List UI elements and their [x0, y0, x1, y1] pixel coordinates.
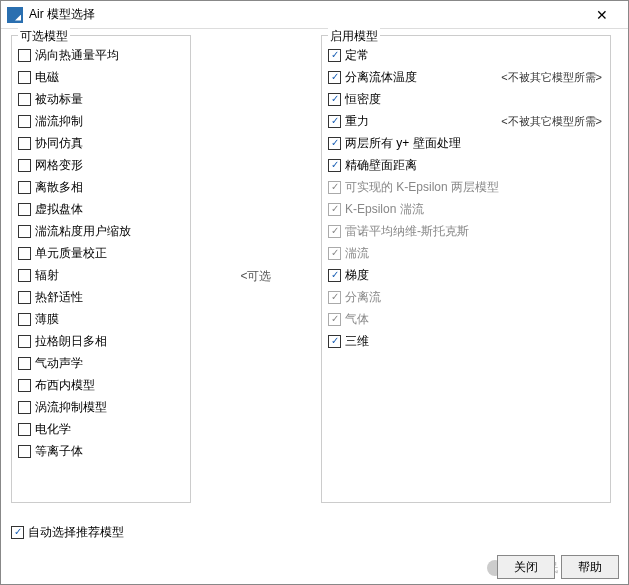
- available-item[interactable]: 网格变形: [18, 154, 184, 176]
- available-label: 协同仿真: [35, 135, 83, 152]
- available-label: 辐射: [35, 267, 59, 284]
- available-item[interactable]: 湍流抑制: [18, 110, 184, 132]
- enabled-item: 可实现的 K-Epsilon 两层模型: [328, 176, 604, 198]
- enabled-checkbox[interactable]: [328, 115, 341, 128]
- enabled-models-panel: 启用模型 定常分离流体温度<不被其它模型所需>恒密度重力<不被其它模型所需>两层…: [321, 35, 611, 503]
- auto-select-checkbox[interactable]: [11, 526, 24, 539]
- available-checkbox[interactable]: [18, 159, 31, 172]
- enabled-checkbox[interactable]: [328, 159, 341, 172]
- available-item[interactable]: 湍流粘度用户缩放: [18, 220, 184, 242]
- enabled-item: 分离流: [328, 286, 604, 308]
- close-button[interactable]: 关闭: [497, 555, 555, 579]
- available-checkbox[interactable]: [18, 71, 31, 84]
- enabled-label: 湍流: [345, 245, 369, 262]
- enabled-item[interactable]: 三维: [328, 330, 604, 352]
- available-item[interactable]: 涡向热通量平均: [18, 44, 184, 66]
- available-models-panel: 可选模型 涡向热通量平均电磁被动标量湍流抑制协同仿真网格变形离散多相虚拟盘体湍流…: [11, 35, 191, 503]
- close-icon[interactable]: ✕: [582, 7, 622, 23]
- enabled-item: 气体: [328, 308, 604, 330]
- enabled-checkbox: [328, 313, 341, 326]
- available-item[interactable]: 拉格朗日多相: [18, 330, 184, 352]
- available-item[interactable]: 气动声学: [18, 352, 184, 374]
- available-checkbox[interactable]: [18, 49, 31, 62]
- enabled-checkbox[interactable]: [328, 269, 341, 282]
- transfer-label: <可选: [191, 35, 321, 517]
- enabled-item[interactable]: 两层所有 y+ 壁面处理: [328, 132, 604, 154]
- enabled-label: 分离流: [345, 289, 381, 306]
- available-item[interactable]: 薄膜: [18, 308, 184, 330]
- enabled-checkbox: [328, 181, 341, 194]
- available-checkbox[interactable]: [18, 291, 31, 304]
- available-item[interactable]: 被动标量: [18, 88, 184, 110]
- available-label: 涡流抑制模型: [35, 399, 107, 416]
- enabled-label: 雷诺平均纳维-斯托克斯: [345, 223, 469, 240]
- available-checkbox[interactable]: [18, 423, 31, 436]
- enabled-checkbox[interactable]: [328, 93, 341, 106]
- available-item[interactable]: 电磁: [18, 66, 184, 88]
- available-item[interactable]: 热舒适性: [18, 286, 184, 308]
- available-item[interactable]: 虚拟盘体: [18, 198, 184, 220]
- enabled-checkbox[interactable]: [328, 335, 341, 348]
- available-checkbox[interactable]: [18, 313, 31, 326]
- available-models-title: 可选模型: [18, 28, 70, 45]
- available-checkbox[interactable]: [18, 269, 31, 282]
- help-button[interactable]: 帮助: [561, 555, 619, 579]
- available-item[interactable]: 涡流抑制模型: [18, 396, 184, 418]
- enabled-item: K-Epsilon 湍流: [328, 198, 604, 220]
- enabled-item: 湍流: [328, 242, 604, 264]
- auto-select-row[interactable]: 自动选择推荐模型: [11, 521, 618, 543]
- enabled-item[interactable]: 恒密度: [328, 88, 604, 110]
- enabled-label: 重力: [345, 113, 369, 130]
- available-checkbox[interactable]: [18, 445, 31, 458]
- enabled-label: 气体: [345, 311, 369, 328]
- enabled-item[interactable]: 精确壁面距离: [328, 154, 604, 176]
- available-label: 虚拟盘体: [35, 201, 83, 218]
- enabled-label: K-Epsilon 湍流: [345, 201, 424, 218]
- available-checkbox[interactable]: [18, 225, 31, 238]
- available-checkbox[interactable]: [18, 203, 31, 216]
- available-checkbox[interactable]: [18, 93, 31, 106]
- available-item[interactable]: 协同仿真: [18, 132, 184, 154]
- available-checkbox[interactable]: [18, 181, 31, 194]
- available-label: 网格变形: [35, 157, 83, 174]
- available-checkbox[interactable]: [18, 357, 31, 370]
- available-checkbox[interactable]: [18, 379, 31, 392]
- enabled-checkbox[interactable]: [328, 71, 341, 84]
- enabled-checkbox: [328, 203, 341, 216]
- available-label: 湍流粘度用户缩放: [35, 223, 131, 240]
- available-item[interactable]: 电化学: [18, 418, 184, 440]
- enabled-item[interactable]: 分离流体温度<不被其它模型所需>: [328, 66, 604, 88]
- enabled-checkbox: [328, 247, 341, 260]
- enabled-item[interactable]: 重力<不被其它模型所需>: [328, 110, 604, 132]
- enabled-checkbox[interactable]: [328, 137, 341, 150]
- available-checkbox[interactable]: [18, 401, 31, 414]
- enabled-item[interactable]: 梯度: [328, 264, 604, 286]
- available-checkbox[interactable]: [18, 335, 31, 348]
- available-item[interactable]: 布西内模型: [18, 374, 184, 396]
- available-label: 气动声学: [35, 355, 83, 372]
- available-label: 湍流抑制: [35, 113, 83, 130]
- enabled-checkbox: [328, 291, 341, 304]
- available-item[interactable]: 离散多相: [18, 176, 184, 198]
- available-label: 电化学: [35, 421, 71, 438]
- available-item[interactable]: 辐射: [18, 264, 184, 286]
- available-label: 单元质量校正: [35, 245, 107, 262]
- enabled-label: 分离流体温度: [345, 69, 417, 86]
- available-label: 拉格朗日多相: [35, 333, 107, 350]
- available-checkbox[interactable]: [18, 137, 31, 150]
- available-label: 等离子体: [35, 443, 83, 460]
- available-label: 离散多相: [35, 179, 83, 196]
- available-checkbox[interactable]: [18, 115, 31, 128]
- available-item[interactable]: 单元质量校正: [18, 242, 184, 264]
- enabled-note: <不被其它模型所需>: [373, 114, 604, 129]
- titlebar: Air 模型选择 ✕: [1, 1, 628, 29]
- available-label: 电磁: [35, 69, 59, 86]
- available-checkbox[interactable]: [18, 247, 31, 260]
- available-item[interactable]: 等离子体: [18, 440, 184, 462]
- enabled-checkbox: [328, 225, 341, 238]
- app-icon: [7, 7, 23, 23]
- enabled-checkbox[interactable]: [328, 49, 341, 62]
- footer: 关闭 帮助: [497, 555, 619, 579]
- available-label: 热舒适性: [35, 289, 83, 306]
- enabled-item[interactable]: 定常: [328, 44, 604, 66]
